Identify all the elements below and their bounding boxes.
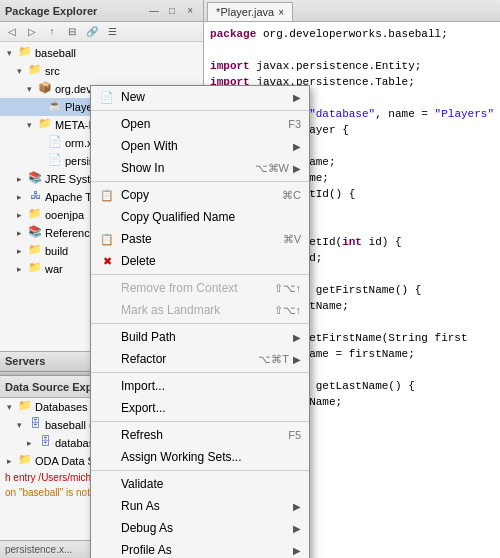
submenu-arrow-icon: ▶ bbox=[293, 545, 301, 556]
code-line: package org.developerworks.baseball; bbox=[210, 26, 494, 42]
menu-item-export[interactable]: Export... bbox=[91, 397, 309, 419]
menu-item-refactor[interactable]: Refactor ⌥⌘T ▶ bbox=[91, 348, 309, 370]
panel-header-icons: — □ × bbox=[146, 3, 198, 19]
menu-label: Paste bbox=[121, 232, 152, 246]
shortcut-label: ⌥⌘W bbox=[255, 162, 289, 175]
submenu-arrow-icon: ▶ bbox=[293, 163, 301, 174]
buildpath-icon bbox=[99, 329, 115, 345]
folder-icon: 📁 bbox=[27, 207, 43, 223]
menu-button[interactable]: ☰ bbox=[103, 23, 121, 41]
tree-label: ooenjpa bbox=[45, 209, 84, 221]
menu-item-remove: Remove from Context ⇧⌥↑ bbox=[91, 277, 309, 299]
package-icon: 📦 bbox=[37, 81, 53, 97]
folder-icon: 📁 bbox=[27, 63, 43, 79]
showin-icon bbox=[99, 160, 115, 176]
package-explorer-toolbar: ◁ ▷ ↑ ⊟ 🔗 ☰ bbox=[0, 22, 203, 42]
xml-icon: 📄 bbox=[47, 135, 63, 151]
package-explorer-title: Package Explorer bbox=[5, 5, 97, 17]
tree-label: Databases bbox=[35, 401, 88, 413]
shortcut-label: ⇧⌥↑ bbox=[274, 282, 302, 295]
editor-tab-player[interactable]: *Player.java × bbox=[207, 2, 293, 21]
menu-item-import[interactable]: Import... bbox=[91, 375, 309, 397]
assign-icon bbox=[99, 449, 115, 465]
mark-icon bbox=[99, 302, 115, 318]
menu-label: Build Path bbox=[121, 330, 176, 344]
submenu-arrow-icon: ▶ bbox=[293, 141, 301, 152]
menu-separator bbox=[91, 181, 309, 182]
remove-icon bbox=[99, 280, 115, 296]
tree-item-src[interactable]: ▾ 📁 src bbox=[0, 62, 203, 80]
menu-label: Assign Working Sets... bbox=[121, 450, 242, 464]
menu-item-new[interactable]: 📄 New ▶ bbox=[91, 86, 309, 108]
tab-close-icon[interactable]: × bbox=[278, 7, 284, 18]
menu-item-copyqualified[interactable]: Copy Qualified Name bbox=[91, 206, 309, 228]
menu-label: Validate bbox=[121, 477, 163, 491]
validate-icon bbox=[99, 476, 115, 492]
shortcut-label: ⇧⌥↑ bbox=[274, 304, 302, 317]
menu-item-runas[interactable]: Run As ▶ bbox=[91, 495, 309, 517]
package-explorer-header: Package Explorer — □ × bbox=[0, 0, 203, 22]
xml-icon: 📄 bbox=[47, 153, 63, 169]
status-text: persistence.x... bbox=[5, 544, 72, 555]
menu-item-debugas[interactable]: Debug As ▶ bbox=[91, 517, 309, 539]
runas-icon bbox=[99, 498, 115, 514]
tree-label: build bbox=[45, 245, 68, 257]
menu-item-openwith[interactable]: Open With ▶ bbox=[91, 135, 309, 157]
menu-separator bbox=[91, 372, 309, 373]
menu-label: New bbox=[121, 90, 145, 104]
forward-button[interactable]: ▷ bbox=[23, 23, 41, 41]
maximize-icon[interactable]: □ bbox=[164, 3, 180, 19]
context-menu: 📄 New ▶ Open F3 Open With ▶ Show In ⌥⌘W … bbox=[90, 85, 310, 558]
menu-label: Export... bbox=[121, 401, 166, 415]
folder-icon: 📁 bbox=[27, 243, 43, 259]
menu-item-profileas[interactable]: Profile As ▶ bbox=[91, 539, 309, 558]
folder-icon: 📁 bbox=[37, 117, 53, 133]
minimize-icon[interactable]: — bbox=[146, 3, 162, 19]
menu-label: Remove from Context bbox=[121, 281, 238, 295]
menu-item-paste[interactable]: 📋 Paste ⌘V bbox=[91, 228, 309, 250]
submenu-arrow-icon: ▶ bbox=[293, 523, 301, 534]
library-icon: 📚 bbox=[27, 171, 43, 187]
menu-item-showin[interactable]: Show In ⌥⌘W ▶ bbox=[91, 157, 309, 179]
menu-item-buildpath[interactable]: Build Path ▶ bbox=[91, 326, 309, 348]
menu-label: Run As bbox=[121, 499, 160, 513]
menu-label: Copy bbox=[121, 188, 149, 202]
menu-item-mark: Mark as Landmark ⇧⌥↑ bbox=[91, 299, 309, 321]
refactor-icon bbox=[99, 351, 115, 367]
collapse-button[interactable]: ⊟ bbox=[63, 23, 81, 41]
menu-item-assign[interactable]: Assign Working Sets... bbox=[91, 446, 309, 468]
back-button[interactable]: ◁ bbox=[3, 23, 21, 41]
menu-item-open[interactable]: Open F3 bbox=[91, 113, 309, 135]
folder-icon: 📁 bbox=[17, 45, 33, 61]
import-icon bbox=[99, 378, 115, 394]
menu-label: Open bbox=[121, 117, 150, 131]
link-button[interactable]: 🔗 bbox=[83, 23, 101, 41]
folder-icon: 📁 bbox=[17, 399, 33, 415]
menu-separator bbox=[91, 110, 309, 111]
menu-item-delete[interactable]: ✖ Delete bbox=[91, 250, 309, 272]
menu-separator bbox=[91, 470, 309, 471]
menu-item-refresh[interactable]: Refresh F5 bbox=[91, 424, 309, 446]
close-icon[interactable]: × bbox=[182, 3, 198, 19]
copyqual-icon bbox=[99, 209, 115, 225]
menu-separator bbox=[91, 274, 309, 275]
export-icon bbox=[99, 400, 115, 416]
db-icon: 🗄 bbox=[27, 417, 43, 433]
servers-tab-label[interactable]: Servers bbox=[5, 355, 45, 367]
tree-item-baseball[interactable]: ▾ 📁 baseball bbox=[0, 44, 203, 62]
menu-item-validate[interactable]: Validate bbox=[91, 473, 309, 495]
menu-label: Profile As bbox=[121, 543, 172, 557]
shortcut-label: ⌥⌘T bbox=[258, 353, 289, 366]
menu-item-copy[interactable]: 📋 Copy ⌘C bbox=[91, 184, 309, 206]
open-icon bbox=[99, 116, 115, 132]
menu-label: Show In bbox=[121, 161, 164, 175]
submenu-arrow-icon: ▶ bbox=[293, 332, 301, 343]
tree-label: baseball bbox=[35, 47, 76, 59]
up-button[interactable]: ↑ bbox=[43, 23, 61, 41]
refresh-icon bbox=[99, 427, 115, 443]
shortcut-label: ⌘V bbox=[283, 233, 301, 246]
menu-label: Copy Qualified Name bbox=[121, 210, 235, 224]
folder-icon: 📁 bbox=[27, 261, 43, 277]
delete-icon: ✖ bbox=[99, 253, 115, 269]
library-icon: 📚 bbox=[27, 225, 43, 241]
